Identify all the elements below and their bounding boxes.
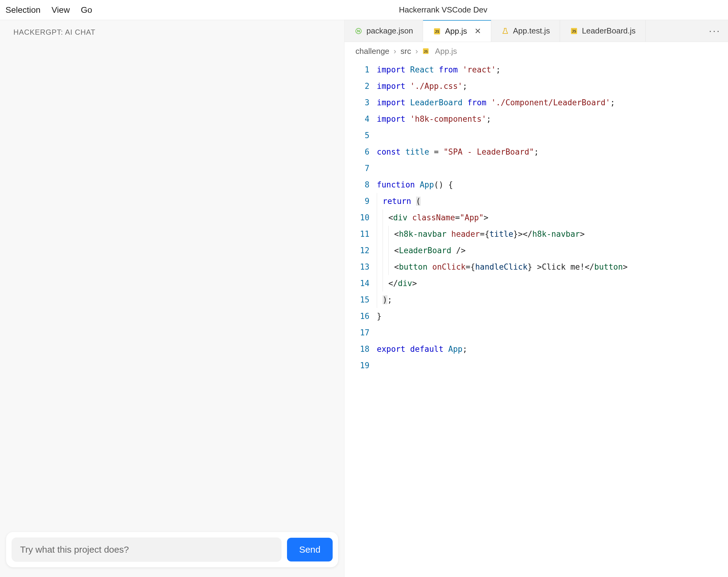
code-line[interactable]: );: [377, 292, 728, 308]
tab-app-js[interactable]: JS App.js ✕: [423, 20, 491, 42]
code-line[interactable]: return (: [377, 193, 728, 209]
chat-input[interactable]: [11, 537, 282, 562]
line-number: 5: [344, 127, 369, 143]
svg-text:JS: JS: [572, 29, 576, 33]
menu-view[interactable]: View: [51, 5, 70, 15]
line-number: 1: [344, 61, 369, 78]
line-number: 11: [344, 226, 369, 242]
code-content[interactable]: import React from 'react';import './App.…: [377, 60, 728, 577]
line-number: 12: [344, 242, 369, 259]
code-line[interactable]: import LeaderBoard from './Component/Lea…: [377, 94, 728, 111]
flask-icon: [501, 27, 510, 35]
line-number: 3: [344, 94, 369, 111]
window-title: Hackerrank VSCode Dev: [399, 5, 487, 15]
editor-tabs: package.json JS App.js ✕ App.test.js: [344, 20, 728, 42]
line-number: 7: [344, 160, 369, 177]
code-line[interactable]: <h8k-navbar header={title}></h8k-navbar>: [377, 226, 728, 242]
tab-label: App.js: [445, 26, 467, 36]
tab-overflow-button[interactable]: ···: [702, 20, 728, 42]
code-line[interactable]: import React from 'react';: [377, 61, 728, 78]
code-line[interactable]: function App() {: [377, 177, 728, 193]
code-line[interactable]: [377, 324, 728, 341]
chat-send-button[interactable]: Send: [287, 538, 333, 561]
line-number: 9: [344, 193, 369, 209]
menu-go[interactable]: Go: [81, 5, 92, 15]
line-number: 18: [344, 341, 369, 357]
chevron-right-icon: ›: [393, 47, 396, 56]
code-line[interactable]: [377, 357, 728, 374]
js-icon: JS: [570, 27, 578, 35]
line-number: 8: [344, 177, 369, 193]
breadcrumb: challenge › src › JS App.js: [344, 42, 728, 60]
line-number: 6: [344, 143, 369, 160]
code-line[interactable]: import 'h8k-components';: [377, 111, 728, 127]
tab-app-test-js[interactable]: App.test.js: [491, 20, 560, 42]
code-line[interactable]: <div className="App">: [377, 209, 728, 226]
menubar: Selection View Go Hackerrank VSCode Dev: [0, 0, 728, 20]
code-line[interactable]: import './App.css';: [377, 78, 728, 94]
code-line[interactable]: <LeaderBoard />: [377, 242, 728, 259]
line-number: 17: [344, 324, 369, 341]
chat-panel-title: HACKERGPT: AI CHAT: [0, 20, 344, 36]
line-number-gutter: 12345678910111213141516171819: [344, 60, 377, 577]
chat-panel: HACKERGPT: AI CHAT Send: [0, 20, 344, 577]
js-icon: JS: [433, 27, 441, 35]
close-icon[interactable]: ✕: [474, 26, 481, 36]
line-number: 16: [344, 308, 369, 324]
line-number: 10: [344, 209, 369, 226]
code-line[interactable]: <button onClick={handleClick} >Click me!…: [377, 259, 728, 275]
editor-panel: package.json JS App.js ✕ App.test.js: [344, 20, 728, 577]
code-editor[interactable]: 12345678910111213141516171819 import Rea…: [344, 60, 728, 577]
line-number: 13: [344, 259, 369, 275]
chevron-right-icon: ›: [415, 47, 418, 56]
code-line[interactable]: }: [377, 308, 728, 324]
breadcrumb-segment[interactable]: App.js: [435, 47, 457, 56]
code-line[interactable]: </div>: [377, 275, 728, 292]
svg-text:JS: JS: [435, 29, 439, 34]
tab-leaderboard-js[interactable]: JS LeaderBoard.js: [560, 20, 646, 42]
js-icon: JS: [422, 48, 430, 55]
chat-history: [0, 36, 344, 532]
line-number: 2: [344, 78, 369, 94]
line-number: 15: [344, 292, 369, 308]
code-line[interactable]: [377, 127, 728, 143]
svg-text:JS: JS: [424, 50, 428, 54]
line-number: 14: [344, 275, 369, 292]
tab-label: App.test.js: [513, 26, 550, 35]
code-line[interactable]: [377, 160, 728, 177]
code-line[interactable]: const title = "SPA - LeaderBoard";: [377, 143, 728, 160]
code-line[interactable]: export default App;: [377, 341, 728, 357]
npm-icon: [354, 27, 363, 35]
line-number: 19: [344, 357, 369, 374]
tab-label: LeaderBoard.js: [582, 26, 635, 35]
tab-package-json[interactable]: package.json: [344, 20, 423, 42]
tab-label: package.json: [366, 26, 413, 35]
chat-input-container: Send: [6, 532, 338, 567]
line-number: 4: [344, 111, 369, 127]
breadcrumb-segment[interactable]: challenge: [356, 47, 389, 56]
menu-selection[interactable]: Selection: [5, 5, 41, 15]
breadcrumb-segment[interactable]: src: [400, 47, 411, 56]
